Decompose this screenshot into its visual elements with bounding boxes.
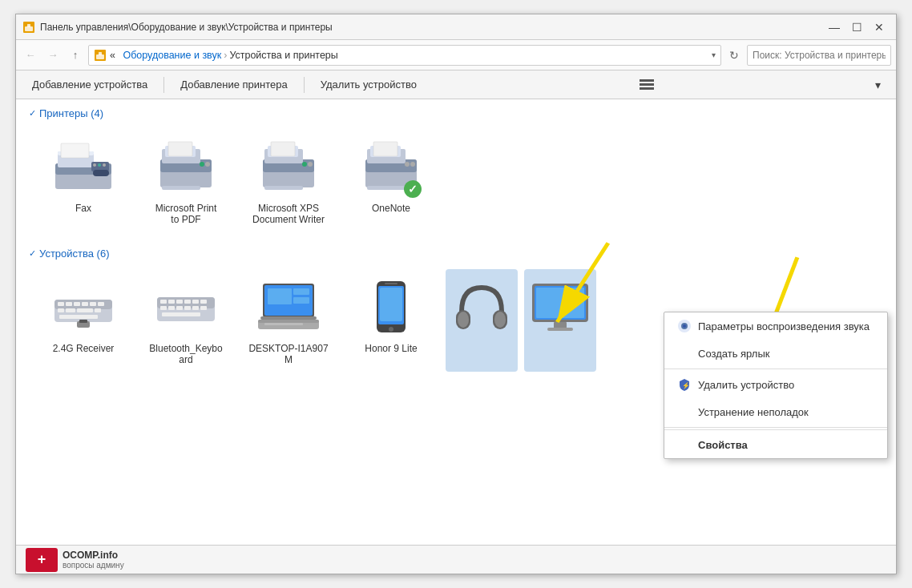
shortcut-icon — [677, 346, 692, 360]
remove-device-button[interactable]: Удалить устройство — [311, 74, 426, 96]
svg-rect-54 — [95, 308, 101, 312]
toolbar-sep2 — [304, 77, 305, 93]
svg-rect-6 — [640, 79, 654, 82]
device-ms-pdf[interactable]: Microsoft Printto PDF — [138, 129, 234, 232]
speaker-icon — [677, 319, 692, 333]
svg-text:⚡: ⚡ — [682, 381, 690, 389]
svg-rect-31 — [271, 142, 295, 156]
context-menu-sep2 — [664, 427, 887, 428]
svg-rect-50 — [98, 302, 104, 306]
device-bt-keyboard[interactable]: Bluetooth_Keyboard — [138, 269, 234, 372]
svg-point-98 — [683, 324, 686, 328]
printers-section-header[interactable]: ✓ Принтеры (4) — [29, 107, 883, 119]
devices-section-header[interactable]: ✓ Устройства (6) — [29, 248, 883, 260]
honor-label: Honor 9 Lite — [365, 343, 417, 354]
content-area: ✓ Принтеры (4) — [16, 99, 896, 545]
svg-rect-77 — [293, 297, 309, 304]
main-window: Панель управления\Оборудование и звук\Ус… — [15, 14, 897, 574]
search-input[interactable] — [747, 45, 891, 66]
svg-rect-65 — [200, 300, 207, 304]
svg-point-85 — [389, 327, 393, 332]
add-printer-button[interactable]: Добавление принтера — [171, 74, 297, 96]
logo-text-area: OCOMP.info вопросы админу — [63, 550, 124, 570]
breadcrumb-middle[interactable]: Оборудование и звук — [123, 50, 221, 61]
desktop-icon — [256, 276, 321, 340]
view-dropdown-button[interactable]: ▾ — [867, 74, 890, 96]
title-bar-buttons: — ☐ ✕ — [824, 18, 890, 37]
logo-icon: + — [26, 548, 58, 572]
device-fax[interactable]: Fax — [35, 129, 131, 232]
minimize-button[interactable]: — — [824, 18, 845, 37]
view-options-button[interactable] — [636, 74, 658, 96]
address-bar: ← → ↑ « Оборудование и звук › Устройства… — [16, 40, 896, 70]
svg-point-17 — [103, 163, 106, 167]
bt-keyboard-label: Bluetooth_Keyboard — [149, 343, 222, 365]
svg-rect-39 — [373, 142, 397, 156]
bt-keyboard-icon — [154, 276, 218, 340]
add-device-button[interactable]: Добавление устройства — [22, 74, 157, 96]
back-button[interactable]: ← — [21, 46, 40, 65]
ms-pdf-label: Microsoft Printto PDF — [155, 203, 217, 225]
svg-rect-2 — [27, 24, 30, 27]
context-menu-sound[interactable]: Параметры воспроизведения звука — [664, 312, 887, 340]
maximize-button[interactable]: ☐ — [846, 18, 867, 37]
device-receiver[interactable]: 2.4G Receiver — [35, 269, 131, 372]
device-honor[interactable]: Honor 9 Lite — [343, 269, 439, 372]
svg-rect-13 — [61, 143, 89, 158]
svg-rect-80 — [258, 320, 319, 323]
svg-rect-5 — [99, 52, 102, 55]
svg-point-90 — [494, 312, 506, 328]
svg-rect-68 — [176, 306, 183, 310]
svg-rect-70 — [192, 306, 199, 310]
svg-rect-61 — [168, 300, 175, 304]
headphones-icon — [450, 276, 514, 340]
printers-chevron-icon: ✓ — [29, 108, 36, 119]
svg-point-15 — [93, 163, 96, 167]
xps-icon — [256, 135, 321, 199]
svg-rect-63 — [184, 300, 191, 304]
svg-rect-49 — [90, 302, 96, 306]
svg-rect-52 — [66, 308, 75, 312]
context-menu-properties[interactable]: Свойства — [664, 429, 887, 458]
svg-rect-76 — [293, 288, 309, 295]
fax-icon — [51, 135, 115, 199]
up-button[interactable]: ↑ — [66, 46, 85, 65]
context-menu-troubleshoot[interactable]: Устранение неполадок — [664, 398, 887, 425]
forward-button[interactable]: → — [43, 46, 63, 65]
device-monitor[interactable] — [524, 269, 596, 372]
logo-site-name: OCOMP.info — [63, 550, 124, 561]
svg-rect-75 — [268, 288, 292, 304]
refresh-button[interactable]: ↻ — [724, 46, 744, 65]
svg-rect-48 — [82, 302, 88, 306]
device-desktop[interactable]: DESKTOP-I1A907M — [240, 269, 337, 372]
bottom-bar: + OCOMP.info вопросы админу — [16, 545, 896, 574]
breadcrumb-sep1 — [118, 50, 120, 61]
svg-rect-32 — [264, 186, 303, 190]
svg-rect-46 — [66, 302, 72, 306]
device-xps[interactable]: Microsoft XPSDocument Writer — [240, 129, 337, 232]
breadcrumb-chevron-icon[interactable]: ▾ — [712, 50, 716, 59]
svg-rect-81 — [264, 323, 303, 325]
svg-rect-40 — [367, 186, 406, 190]
context-properties-label: Свойства — [698, 439, 748, 451]
svg-rect-51 — [58, 308, 64, 312]
svg-rect-69 — [184, 306, 191, 310]
svg-rect-67 — [168, 306, 175, 310]
svg-rect-72 — [162, 312, 200, 316]
onenote-icon: ✓ — [359, 135, 423, 199]
device-headphones[interactable] — [446, 269, 518, 372]
svg-rect-47 — [74, 302, 80, 306]
desktop-label: DESKTOP-I1A907M — [248, 343, 328, 365]
shield-icon: ⚡ — [677, 377, 692, 392]
svg-rect-84 — [380, 288, 402, 321]
svg-rect-64 — [192, 300, 199, 304]
close-button[interactable]: ✕ — [869, 18, 890, 37]
context-menu-remove[interactable]: ⚡ Удалить устройство — [664, 371, 887, 398]
device-onenote[interactable]: ✓ OneNote — [343, 129, 439, 232]
breadcrumb-arrow: › — [224, 50, 227, 61]
default-badge: ✓ — [404, 180, 422, 198]
context-menu-shortcut[interactable]: Создать ярлык — [664, 340, 887, 367]
context-menu: Параметры воспроизведения звука Создать … — [664, 312, 888, 459]
receiver-icon — [51, 276, 115, 340]
svg-rect-8 — [640, 87, 654, 90]
